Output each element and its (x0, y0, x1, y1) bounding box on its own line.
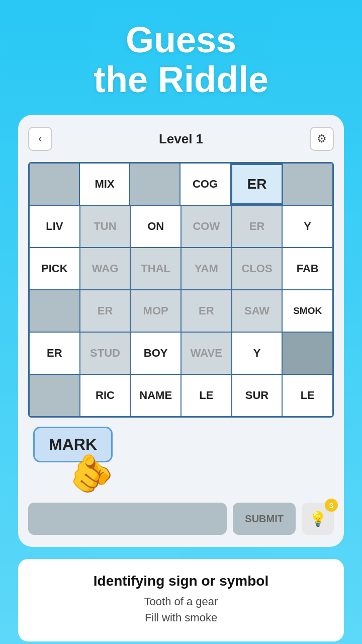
grid-cell[interactable] (30, 290, 80, 332)
settings-button[interactable]: ⚙ (310, 127, 334, 151)
grid-row: MIX COG ER (30, 164, 332, 206)
grid-row: ER MOP ER SAW SMOK (30, 290, 332, 333)
lightbulb-icon: 💡 (309, 511, 327, 527)
grid-cell[interactable] (283, 333, 332, 374)
grid-cell[interactable]: FAB (283, 248, 332, 289)
grid-cell[interactable]: BOY (131, 333, 182, 374)
grid-cell-highlight[interactable]: ER (231, 164, 283, 205)
grid-cell[interactable]: NAME (131, 375, 182, 416)
level-label: Level 1 (159, 131, 203, 147)
grid-row: RIC NAME LE SUR LE (30, 375, 332, 416)
hand-pointer-icon: 🫵 (65, 448, 117, 498)
grid-cell[interactable]: WAVE (182, 333, 232, 374)
settings-icon: ⚙ (317, 132, 327, 145)
back-button[interactable]: ‹ (28, 127, 52, 151)
grid-cell[interactable]: YAM (182, 248, 232, 289)
grid-cell[interactable]: MOP (131, 290, 182, 332)
grid-cell[interactable] (283, 164, 332, 205)
grid-cell[interactable]: RIC (80, 375, 131, 416)
answer-input-field[interactable] (28, 503, 227, 535)
grid-cell[interactable]: SUR (232, 375, 283, 416)
input-row: SUBMIT 💡 3 (28, 503, 334, 535)
grid-cell[interactable]: LE (283, 375, 332, 416)
grid-cell[interactable] (130, 164, 180, 205)
grid-cell[interactable]: ER (80, 290, 131, 332)
grid-cell[interactable]: Y (232, 333, 283, 374)
grid-cell[interactable]: SMOK (283, 290, 332, 332)
riddle-clue-1: Tooth of a gear (34, 595, 328, 608)
grid-cell[interactable]: CLOS (232, 248, 283, 289)
bottom-section: MARK 🫵 SUBMIT 💡 3 (28, 427, 334, 535)
grid-cell[interactable]: WAG (80, 248, 131, 289)
grid-cell[interactable]: STUD (80, 333, 131, 374)
grid-cell[interactable] (30, 375, 80, 416)
riddle-clue-2: Fill with smoke (34, 611, 328, 624)
grid-cell[interactable]: LE (182, 375, 232, 416)
back-icon: ‹ (38, 132, 42, 145)
grid-cell[interactable]: TUN (80, 206, 131, 247)
grid-cell[interactable]: SAW (232, 290, 283, 332)
grid-cell[interactable]: ER (182, 290, 232, 332)
hint-count-badge: 3 (325, 499, 338, 512)
grid-row: LIV TUN ON COW ER Y (30, 206, 332, 248)
grid-cell[interactable]: ON (131, 206, 182, 247)
grid-cell[interactable]: PICK (30, 248, 80, 289)
app-title: Guess the Riddle (94, 20, 268, 100)
grid-cell[interactable]: COW (182, 206, 232, 247)
grid-cell[interactable]: ER (232, 206, 283, 247)
grid-cell[interactable]: Y (283, 206, 332, 247)
word-grid: MIX COG ER LIV TUN ON COW ER Y PICK WAG … (28, 162, 334, 418)
riddle-card: Identifying sign or symbol Tooth of a ge… (18, 559, 344, 641)
grid-cell[interactable]: LIV (30, 206, 80, 247)
level-bar: ‹ Level 1 ⚙ (28, 127, 334, 151)
submit-button[interactable]: SUBMIT (233, 503, 296, 535)
grid-cell[interactable]: ER (30, 333, 80, 374)
grid-cell[interactable]: THAL (131, 248, 182, 289)
hint-button[interactable]: 💡 3 (302, 503, 334, 535)
grid-row: PICK WAG THAL YAM CLOS FAB (30, 248, 332, 290)
grid-cell[interactable]: MIX (80, 164, 130, 205)
game-card: ‹ Level 1 ⚙ MIX COG ER LIV TUN ON COW ER… (18, 115, 344, 547)
riddle-title: Identifying sign or symbol (34, 573, 328, 589)
grid-cell[interactable] (30, 164, 80, 205)
grid-cell[interactable]: COG (180, 164, 231, 205)
grid-row: ER STUD BOY WAVE Y (30, 333, 332, 375)
